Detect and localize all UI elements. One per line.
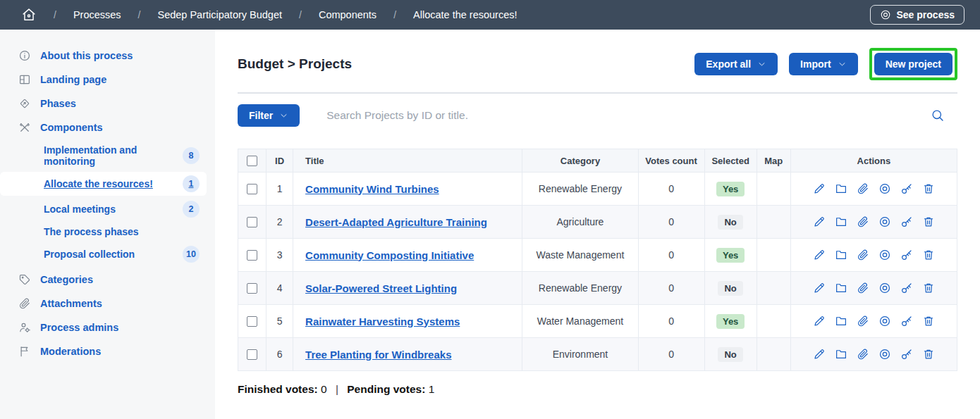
row-checkbox[interactable]	[247, 349, 257, 360]
key-icon	[900, 348, 913, 361]
permissions-button[interactable]	[900, 215, 913, 228]
preview-button[interactable]	[878, 315, 891, 327]
permissions-button[interactable]	[900, 282, 913, 294]
preview-button[interactable]	[878, 282, 891, 294]
pencil-icon	[813, 348, 826, 361]
attachments-button[interactable]	[857, 315, 869, 327]
project-category: Environment	[522, 338, 638, 371]
project-title-link[interactable]: Desert-Adapted Agriculture Training	[305, 216, 487, 228]
sidebar-item-attachments[interactable]: Attachments	[0, 292, 215, 315]
delete-button[interactable]	[922, 282, 935, 294]
project-id: 4	[267, 272, 293, 305]
preview-button[interactable]	[878, 249, 891, 261]
sidebar-component-process-phases[interactable]: The process phases	[0, 223, 215, 241]
see-process-button[interactable]: See process	[870, 5, 965, 25]
edit-button[interactable]	[813, 215, 826, 228]
delete-button[interactable]	[922, 348, 935, 361]
delete-button[interactable]	[922, 249, 935, 261]
edit-button[interactable]	[813, 282, 826, 294]
folder-button[interactable]	[835, 249, 847, 261]
selected-badge: Yes	[716, 182, 745, 196]
folder-button[interactable]	[835, 315, 847, 327]
breadcrumb-separator: /	[299, 9, 302, 20]
sidebar-item-phases[interactable]: Phases	[0, 92, 215, 115]
folder-button[interactable]	[835, 282, 847, 294]
sidebar-component-local-meetings[interactable]: Local meetings 2	[0, 197, 215, 221]
attachments-button[interactable]	[857, 182, 869, 195]
finished-votes-label: Finished votes:	[238, 383, 318, 395]
project-map-cell	[757, 305, 790, 338]
pencil-icon	[813, 315, 826, 327]
select-all-checkbox[interactable]	[247, 156, 257, 166]
permissions-button[interactable]	[900, 348, 913, 361]
sidebar-item-process-admins[interactable]: Process admins	[0, 315, 215, 339]
row-checkbox[interactable]	[247, 283, 257, 294]
sidebar-item-landing-page[interactable]: Landing page	[0, 68, 215, 92]
new-project-button[interactable]: New project	[874, 53, 953, 75]
breadcrumb-processes[interactable]: Processes	[73, 9, 121, 20]
project-title-link[interactable]: Tree Planting for Windbreaks	[305, 349, 451, 361]
export-all-label: Export all	[706, 58, 751, 70]
table-row: 4 Solar-Powered Street Lighting Renewabl…	[238, 272, 957, 305]
permissions-button[interactable]	[900, 249, 913, 261]
sidebar-item-label: Moderations	[40, 346, 101, 357]
project-votes-count: 0	[638, 173, 704, 206]
breadcrumb-components[interactable]: Components	[319, 9, 376, 20]
delete-button[interactable]	[922, 215, 935, 228]
folder-button[interactable]	[835, 182, 847, 195]
row-checkbox[interactable]	[247, 316, 257, 327]
preview-button[interactable]	[878, 215, 891, 228]
project-category: Waste Management	[522, 239, 638, 272]
sidebar-item-moderations[interactable]: Moderations	[0, 339, 215, 363]
edit-button[interactable]	[813, 315, 826, 327]
breadcrumb-component-name[interactable]: Allocate the resources!	[413, 9, 517, 20]
info-icon	[18, 49, 31, 62]
sidebar-item-categories[interactable]: Categories	[0, 268, 215, 292]
attachments-button[interactable]	[857, 348, 869, 361]
breadcrumb-process-name[interactable]: Sedep Participatory Budget	[157, 9, 282, 20]
edit-button[interactable]	[813, 182, 826, 195]
row-checkbox[interactable]	[247, 250, 257, 261]
sidebar-item-about[interactable]: About this process	[0, 44, 215, 68]
filter-button[interactable]: Filter	[238, 104, 300, 127]
sidebar-item-label: Categories	[40, 274, 93, 285]
project-title-link[interactable]: Community Composting Initiative	[305, 249, 474, 261]
sidebar-component-proposal-collection[interactable]: Proposal collection 10	[0, 242, 215, 266]
row-checkbox[interactable]	[247, 217, 257, 227]
import-button[interactable]: Import	[789, 53, 858, 75]
sidebar-component-implementation[interactable]: Implementation and monitoring 8	[0, 141, 215, 170]
attachments-button[interactable]	[857, 249, 869, 261]
project-title-link[interactable]: Rainwater Harvesting Systems	[305, 315, 460, 327]
preview-button[interactable]	[878, 348, 891, 361]
import-label: Import	[800, 58, 831, 70]
preview-button[interactable]	[878, 182, 891, 195]
attachments-button[interactable]	[857, 282, 869, 294]
attachments-button[interactable]	[857, 215, 869, 228]
project-title-link[interactable]: Solar-Powered Street Lighting	[305, 282, 457, 294]
projects-table: ID Title Category Votes count Selected M…	[238, 149, 957, 371]
folder-button[interactable]	[835, 215, 847, 228]
key-icon	[900, 182, 913, 195]
eye-icon	[878, 249, 891, 261]
search-input[interactable]	[326, 109, 904, 122]
search-icon[interactable]	[931, 108, 945, 123]
table-row: 2 Desert-Adapted Agriculture Training Ag…	[238, 206, 957, 239]
home-icon[interactable]	[21, 7, 37, 23]
project-title-link[interactable]: Community Wind Turbines	[305, 183, 439, 195]
delete-button[interactable]	[922, 182, 935, 195]
folder-icon	[835, 282, 847, 294]
edit-button[interactable]	[813, 249, 826, 261]
permissions-button[interactable]	[900, 315, 913, 327]
sidebar-item-components[interactable]: Components	[0, 115, 215, 139]
component-label: Implementation and monitoring	[44, 144, 183, 167]
permissions-button[interactable]	[900, 182, 913, 195]
folder-button[interactable]	[835, 348, 847, 361]
chevron-down-icon	[279, 111, 288, 120]
row-checkbox[interactable]	[247, 184, 257, 194]
sidebar-component-allocate-resources[interactable]: Allocate the resources! 1	[0, 172, 207, 196]
project-votes-count: 0	[638, 206, 704, 239]
delete-button[interactable]	[922, 315, 935, 327]
sidebar-item-label: Phases	[40, 98, 76, 109]
export-all-button[interactable]: Export all	[694, 53, 778, 75]
edit-button[interactable]	[813, 348, 826, 361]
